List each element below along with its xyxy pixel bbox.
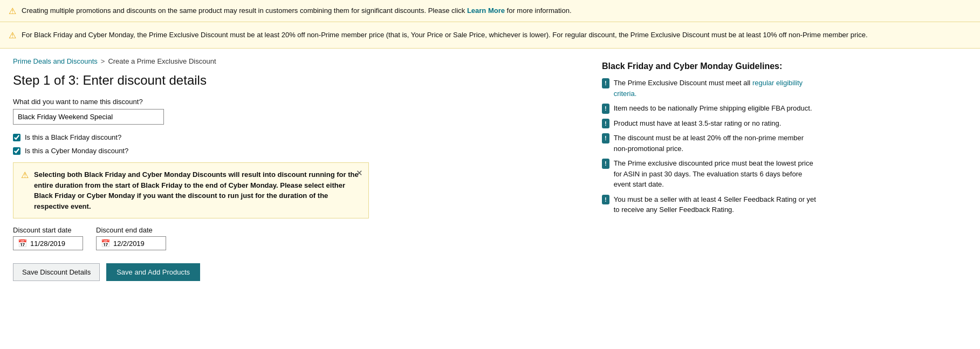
guidelines-title: Black Friday and Cyber Monday Guidelines… — [602, 61, 818, 71]
checkbox-cm-row: Is this a Cyber Monday discount? — [13, 147, 580, 155]
discount-name-label: What did you want to name this discount? — [13, 98, 580, 106]
alert-icon: ⚠ — [21, 170, 29, 180]
warning-banner-1: ⚠ Creating multiple promotions and disco… — [0, 0, 980, 22]
save-add-products-button[interactable]: Save and Add Products — [106, 263, 200, 281]
calendar-icon-start: 📅 — [18, 239, 27, 248]
right-panel: Black Friday and Cyber Monday Guidelines… — [593, 49, 831, 294]
checkbox-bf-row: Is this a Black Friday discount? — [13, 133, 580, 141]
alert-box: ⚠ Selecting both Black Friday and Cyber … — [13, 162, 369, 218]
breadcrumb: Prime Deals and Discounts > Create a Pri… — [13, 57, 580, 65]
guideline-item: !The Prime exclusive discounted price mu… — [602, 158, 818, 190]
discount-name-input[interactable] — [13, 109, 164, 125]
guidelines-section: Black Friday and Cyber Monday Guidelines… — [602, 61, 818, 215]
warning-icon-1: ⚠ — [9, 6, 16, 16]
guideline-text: The Prime Exclusive Discount must meet a… — [614, 78, 818, 99]
guideline-badge: ! — [602, 104, 609, 114]
guideline-badge: ! — [602, 159, 609, 169]
left-panel: Prime Deals and Discounts > Create a Pri… — [0, 49, 593, 294]
guideline-text: You must be a seller with at least 4 Sel… — [614, 194, 818, 215]
checkbox-bf[interactable] — [13, 134, 20, 141]
checkbox-cm-label: Is this a Cyber Monday discount? — [25, 147, 128, 155]
breadcrumb-link[interactable]: Prime Deals and Discounts — [13, 57, 98, 65]
guideline-badge: ! — [602, 133, 609, 143]
end-date-label: Discount end date — [96, 226, 166, 234]
save-discount-details-button[interactable]: Save Discount Details — [13, 263, 100, 281]
guideline-text: Product must have at least 3.5-star rati… — [614, 118, 782, 129]
warning-text-2: For Black Friday and Cyber Monday, the P… — [22, 30, 868, 40]
guideline-text: The discount must be at least 20% off th… — [614, 133, 818, 154]
guideline-badge: ! — [602, 195, 609, 205]
page-title: Step 1 of 3: Enter discount details — [13, 73, 580, 88]
warning-text-1: Creating multiple promotions and discoun… — [22, 5, 572, 16]
learn-more-link[interactable]: Learn More — [467, 6, 505, 15]
guideline-text: The Prime exclusive discounted price mus… — [614, 158, 818, 190]
guideline-item: !You must be a seller with at least 4 Se… — [602, 194, 818, 215]
alert-close-button[interactable]: ✕ — [356, 168, 363, 178]
checkbox-cm[interactable] — [13, 147, 20, 155]
start-date-col: Discount start date 📅 — [13, 226, 83, 250]
date-row: Discount start date 📅 Discount end date … — [13, 226, 580, 250]
guideline-badge: ! — [602, 78, 609, 88]
guideline-link[interactable]: regular eligibility criteria. — [614, 79, 803, 98]
guideline-badge: ! — [602, 119, 609, 129]
guideline-item: !The discount must be at least 20% off t… — [602, 133, 818, 154]
main-content: Prime Deals and Discounts > Create a Pri… — [0, 49, 980, 294]
guideline-item: !The Prime Exclusive Discount must meet … — [602, 78, 818, 99]
warning-banner-2: ⚠ For Black Friday and Cyber Monday, the… — [0, 22, 980, 49]
alert-text: Selecting both Black Friday and Cyber Mo… — [34, 169, 361, 211]
end-date-input-wrap: 📅 — [96, 236, 166, 250]
guideline-item: !Product must have at least 3.5-star rat… — [602, 118, 818, 129]
calendar-icon-end: 📅 — [101, 239, 110, 248]
start-date-input-wrap: 📅 — [13, 236, 83, 250]
warning-icon-2: ⚠ — [9, 30, 16, 40]
button-row: Save Discount Details Save and Add Produ… — [13, 263, 580, 281]
checkbox-bf-label: Is this a Black Friday discount? — [25, 133, 121, 141]
breadcrumb-current: Create a Prime Exclusive Discount — [108, 57, 216, 65]
start-date-input[interactable] — [30, 239, 79, 248]
guidelines-list: !The Prime Exclusive Discount must meet … — [602, 78, 818, 215]
guideline-text: Item needs to be nationally Prime shippi… — [614, 103, 812, 114]
end-date-input[interactable] — [113, 239, 162, 248]
end-date-col: Discount end date 📅 — [96, 226, 166, 250]
date-section: Discount start date 📅 Discount end date … — [13, 226, 580, 250]
guideline-item: !Item needs to be nationally Prime shipp… — [602, 103, 818, 114]
breadcrumb-separator: > — [101, 57, 105, 65]
start-date-label: Discount start date — [13, 226, 83, 234]
